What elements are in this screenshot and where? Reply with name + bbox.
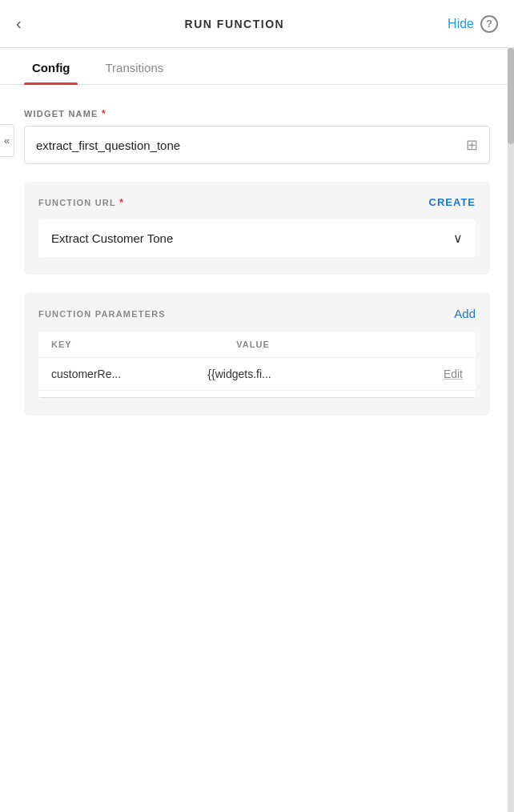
params-table-header: KEY VALUE: [38, 332, 476, 358]
widget-name-field-wrapper: ⊞: [24, 126, 490, 164]
params-table: KEY VALUE customerRe... {{widgets.fi... …: [38, 332, 476, 398]
function-url-header: FUNCTION URL * CREATE: [38, 196, 476, 208]
header-bar: ‹ RUN FUNCTION Hide ?: [0, 0, 514, 48]
edit-param-button[interactable]: Edit: [444, 368, 463, 380]
chevron-down-icon: ∨: [453, 231, 463, 246]
back-button[interactable]: ‹: [16, 14, 22, 33]
function-params-header: Function Parameters Add: [38, 307, 476, 320]
content-area: WIDGET NAME * ⊞ FUNCTION URL * CREATE Ex…: [0, 85, 514, 812]
main-panel: Config Transitions WIDGET NAME * ⊞ FUNCT…: [0, 48, 514, 812]
add-param-button[interactable]: Add: [454, 307, 476, 320]
widget-name-label: WIDGET NAME *: [24, 107, 490, 119]
widget-name-input[interactable]: [36, 139, 466, 152]
contact-card-icon[interactable]: ⊞: [466, 136, 478, 154]
scrollbar-track[interactable]: [508, 48, 514, 812]
table-row: customerRe... {{widgets.fi... Edit: [38, 358, 476, 391]
tabs-bar: Config Transitions: [0, 48, 514, 85]
function-params-label: Function Parameters: [38, 309, 166, 319]
function-url-required: *: [119, 196, 124, 208]
function-url-dropdown[interactable]: Extract Customer Tone ∨: [38, 219, 476, 257]
app-container: ‹ RUN FUNCTION Hide ? « Config Transitio…: [0, 0, 514, 812]
function-url-selected: Extract Customer Tone: [51, 231, 173, 245]
sidebar-toggle-button[interactable]: «: [0, 124, 14, 157]
key-column-header: KEY: [51, 340, 236, 349]
function-params-section: Function Parameters Add KEY VALUE custom…: [24, 292, 490, 416]
tab-transitions[interactable]: Transitions: [97, 48, 171, 84]
header-actions: Hide ?: [448, 15, 498, 33]
hide-button[interactable]: Hide: [448, 17, 474, 31]
value-column-header: VALUE: [236, 340, 463, 349]
tab-config[interactable]: Config: [24, 48, 78, 84]
params-divider: [38, 397, 476, 398]
param-key: customerRe...: [51, 368, 207, 380]
create-link[interactable]: CREATE: [429, 196, 476, 208]
param-value: {{widgets.fi...: [207, 368, 444, 380]
function-url-section: FUNCTION URL * CREATE Extract Customer T…: [24, 182, 490, 275]
function-url-label: FUNCTION URL *: [38, 196, 124, 208]
help-button[interactable]: ?: [480, 15, 498, 33]
page-title: RUN FUNCTION: [185, 18, 285, 30]
scrollbar-thumb[interactable]: [508, 48, 514, 144]
widget-name-required: *: [102, 107, 106, 119]
